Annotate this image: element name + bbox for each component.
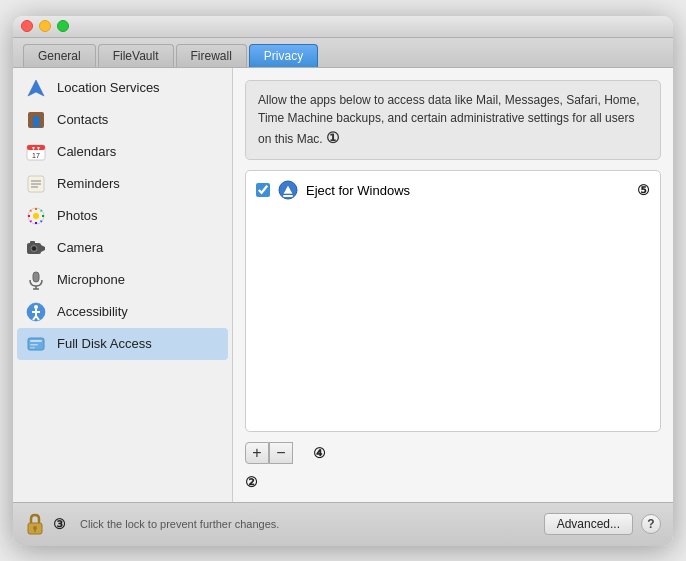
sidebar-label-full-disk: Full Disk Access <box>57 336 152 351</box>
bottom-right: Advanced... ? <box>544 513 661 535</box>
lock-area: ③ Click the lock to prevent further chan… <box>25 512 279 536</box>
sidebar-label-location: Location Services <box>57 80 160 95</box>
add-app-button[interactable]: + <box>245 442 269 464</box>
svg-line-20 <box>30 220 32 222</box>
svg-point-30 <box>34 305 38 309</box>
sidebar-item-accessibility[interactable]: Accessibility <box>13 296 232 328</box>
list-controls: + − ④ <box>245 442 661 464</box>
svg-point-23 <box>33 247 36 250</box>
tab-filevault[interactable]: FileVault <box>98 44 174 67</box>
annotation-5: ⑤ <box>637 182 650 198</box>
sidebar-item-photos[interactable]: Photos <box>13 200 232 232</box>
photos-icon <box>25 205 47 227</box>
sidebar-label-accessibility: Accessibility <box>57 304 128 319</box>
sidebar-item-calendars[interactable]: ▼▼ 17 Calendars <box>13 136 232 168</box>
accessibility-icon <box>25 301 47 323</box>
svg-text:17: 17 <box>32 152 40 159</box>
title-bar <box>13 16 673 38</box>
svg-rect-37 <box>30 344 38 346</box>
sidebar-item-reminders[interactable]: Reminders <box>13 168 232 200</box>
help-button[interactable]: ? <box>641 514 661 534</box>
annotation-3: ③ <box>53 516 66 532</box>
tab-general[interactable]: General <box>23 44 96 67</box>
apps-list-container: Eject for Windows ⑤ <box>245 170 661 432</box>
main-content: Location Services 👤 Contacts ▼▼ <box>13 68 673 502</box>
annotation-4: ④ <box>313 445 326 461</box>
minimize-button[interactable] <box>39 20 51 32</box>
contacts-icon: 👤 <box>25 109 47 131</box>
app-item-eject[interactable]: Eject for Windows ⑤ <box>246 175 660 205</box>
svg-text:👤: 👤 <box>30 115 43 128</box>
tab-privacy[interactable]: Privacy <box>249 44 318 67</box>
sidebar-item-camera[interactable]: Camera <box>13 232 232 264</box>
sidebar-label-microphone: Microphone <box>57 272 125 287</box>
bottom-bar: ③ Click the lock to prevent further chan… <box>13 502 673 546</box>
svg-line-17 <box>30 210 32 212</box>
sidebar-item-location[interactable]: Location Services <box>13 72 232 104</box>
sidebar-label-photos: Photos <box>57 208 97 223</box>
description-text: Allow the apps below to access data like… <box>258 93 640 146</box>
sidebar-label-contacts: Contacts <box>57 112 108 127</box>
svg-marker-25 <box>41 245 45 252</box>
svg-rect-36 <box>30 340 42 342</box>
sidebar-label-calendars: Calendars <box>57 144 116 159</box>
preferences-window: General FileVault Firewall Privacy Locat… <box>13 16 673 546</box>
sidebar-item-microphone[interactable]: Microphone <box>13 264 232 296</box>
svg-marker-0 <box>28 80 44 96</box>
sidebar-item-full-disk[interactable]: Full Disk Access <box>17 328 228 360</box>
close-button[interactable] <box>21 20 33 32</box>
eject-for-windows-icon <box>278 180 298 200</box>
sidebar-item-contacts[interactable]: 👤 Contacts <box>13 104 232 136</box>
svg-rect-26 <box>33 272 39 282</box>
svg-line-19 <box>41 210 43 212</box>
annotation-2: ② <box>245 474 258 490</box>
calendars-icon: ▼▼ 17 <box>25 141 47 163</box>
camera-icon <box>25 237 47 259</box>
advanced-button[interactable]: Advanced... <box>544 513 633 535</box>
app-label-eject: Eject for Windows <box>306 183 410 198</box>
sidebar: Location Services 👤 Contacts ▼▼ <box>13 68 233 502</box>
sidebar-label-camera: Camera <box>57 240 103 255</box>
apps-list: Eject for Windows ⑤ <box>246 171 660 209</box>
svg-point-12 <box>33 213 39 219</box>
annotation-1: ① <box>326 129 339 146</box>
right-panel: Allow the apps below to access data like… <box>233 68 673 502</box>
microphone-icon <box>25 269 47 291</box>
tab-firewall[interactable]: Firewall <box>176 44 247 67</box>
location-icon <box>25 77 47 99</box>
svg-line-18 <box>41 220 43 222</box>
svg-point-45 <box>33 526 37 530</box>
full-disk-icon <box>25 333 47 355</box>
description-box: Allow the apps below to access data like… <box>245 80 661 161</box>
app-checkbox-eject[interactable] <box>256 183 270 197</box>
maximize-button[interactable] <box>57 20 69 32</box>
sidebar-label-reminders: Reminders <box>57 176 120 191</box>
lock-text: Click the lock to prevent further change… <box>80 518 279 530</box>
reminders-icon <box>25 173 47 195</box>
lock-icon[interactable] <box>25 512 45 536</box>
svg-rect-24 <box>30 241 35 244</box>
svg-rect-41 <box>283 195 293 197</box>
remove-app-button[interactable]: − <box>269 442 293 464</box>
svg-rect-38 <box>30 347 35 349</box>
tab-bar: General FileVault Firewall Privacy <box>13 38 673 68</box>
svg-text:▼▼: ▼▼ <box>31 145 41 151</box>
